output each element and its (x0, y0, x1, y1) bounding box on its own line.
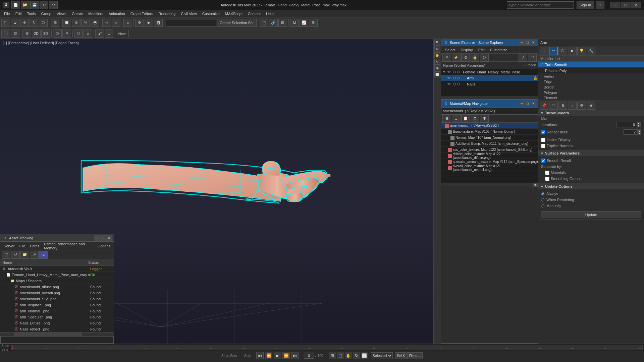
grid-btn[interactable]: ⊞ (22, 29, 31, 38)
vp-orbit-btn[interactable]: ↻ (434, 59, 440, 65)
scene-item-female-hand[interactable]: ▼ 👁 ⬡ ⬡ Female_Hand_Heavy_Metal_Pose (441, 69, 538, 75)
menu-rendering[interactable]: Rendering (156, 11, 178, 16)
undo-btn[interactable]: ↩ (40, 1, 48, 9)
scale-btn[interactable]: ⬡ (39, 19, 48, 27)
menu-graph-editors[interactable]: Graph Editors (128, 11, 156, 16)
move-btn[interactable]: ✛ (20, 19, 29, 27)
asset-restore-btn[interactable]: □ (100, 235, 106, 241)
menu-maxscript[interactable]: MAXScript (222, 11, 245, 16)
menu-group[interactable]: Group (38, 11, 54, 16)
prev-frame-btn[interactable]: ⏪ (265, 352, 272, 359)
percent-snap-btn[interactable]: % (81, 19, 90, 27)
go-start-btn[interactable]: ⏮ (256, 352, 264, 359)
asset-menu-options[interactable]: Options (96, 243, 112, 249)
link-btn[interactable]: 🔗 (269, 19, 278, 27)
render-frame-btn[interactable]: 🖼 (154, 19, 163, 27)
pan-view-btn[interactable]: ✋ (345, 352, 352, 359)
menu-customize[interactable]: Customize (200, 11, 222, 16)
scene-tool4[interactable]: 🔒 (471, 54, 479, 62)
snap2d-btn[interactable]: 2D (32, 29, 41, 38)
asset-tool2[interactable]: ↺ (11, 251, 20, 259)
freeze-sel-btn[interactable]: ❄ (62, 29, 71, 38)
manually-radio[interactable] (541, 204, 544, 207)
mat-nav-minimize[interactable]: ─ (519, 101, 525, 106)
bind-btn[interactable]: ⊡ (278, 19, 287, 27)
explicit-normals-check[interactable] (541, 144, 545, 148)
vp-fov-btn[interactable]: ◉ (434, 65, 440, 71)
play-btn[interactable]: ▶ (274, 352, 281, 359)
iterations-down[interactable]: ▼ (637, 125, 641, 127)
menu-file[interactable]: File (1, 11, 13, 16)
keyword-search[interactable] (507, 1, 574, 9)
mat-scroll-down[interactable]: ▼ (533, 183, 538, 187)
layer-mgr-btn[interactable]: ≡ (123, 19, 132, 27)
angle-snap-btn[interactable]: ⊙ (72, 19, 80, 27)
rotate-btn[interactable]: ↻ (30, 19, 38, 27)
save-btn[interactable]: 💾 (30, 1, 39, 9)
asset-close-btn[interactable]: ✕ (106, 235, 112, 241)
create-selection-set-btn[interactable]: Create Selection Set (217, 19, 257, 27)
mod-up-btn[interactable]: ↑ (568, 102, 577, 110)
mat-tool2[interactable]: ≡ (452, 115, 461, 123)
asset-item-vault[interactable]: 🏛 Autodesk Vault Logged ... (0, 266, 114, 272)
smooth-result-check[interactable] (541, 159, 545, 163)
menu-civil-view[interactable]: Civil View (178, 11, 199, 16)
track-view-btn[interactable]: 📈 (300, 19, 308, 27)
maximize-btn[interactable]: □ (621, 2, 631, 8)
asset-item-file[interactable]: 📄 Female_Hand_Heavy_Metal_Pose_max_vray.… (0, 272, 114, 278)
select-region-btn[interactable]: ⬙ (11, 19, 19, 27)
scene-item-nails[interactable]: 👁 ⬡ ⬡ Nails (441, 81, 538, 87)
vertex-paint-btn[interactable]: 🖌 (95, 29, 104, 38)
vp-zoom-btn[interactable]: 🔍 (434, 40, 440, 46)
close-btn[interactable]: ✕ (631, 2, 641, 8)
timeline-track[interactable]: 5 10 15 20 25 30 35 40 45 50 55 60 65 70… (11, 345, 643, 350)
asset-tool1[interactable]: ⬚ (2, 251, 10, 259)
mirror-btn[interactable]: ⇔ (102, 19, 111, 27)
mod-pin-btn[interactable]: 📌 (540, 102, 548, 110)
mat-item-bump[interactable]: Bump texture: Map #106 ( Normal Bump ) (441, 129, 538, 135)
always-radio[interactable] (541, 192, 544, 195)
asset-search-input[interactable] (0, 336, 114, 344)
viewport[interactable]: [+] [Perspective] [User Defined] [Edged … (0, 39, 441, 344)
mod-config-btn[interactable]: ⚙ (577, 102, 586, 110)
scene-item-arm[interactable]: 👁 ⬡ ⬡ Arm 🔒 (441, 75, 538, 81)
menu-views[interactable]: Views (54, 11, 69, 16)
mod-sel-btn[interactable]: ⬚ (549, 102, 558, 110)
filters-btn[interactable]: Filters... (407, 352, 423, 359)
mat-tool4[interactable]: ⚙ (471, 115, 479, 123)
scene-tool7[interactable]: ⬚ (528, 54, 537, 62)
iterations-input[interactable] (616, 122, 636, 127)
create-tab[interactable]: + (540, 47, 548, 55)
asset-menu-bitmap[interactable]: Bitmap Performance and Memory (42, 241, 95, 251)
modifier-editable-poly[interactable]: Editable Poly (538, 68, 644, 74)
selection-set-input[interactable] (166, 19, 216, 26)
mod-make-unique-btn[interactable]: ◈ (587, 102, 595, 110)
mat-item-overall[interactable]: overall_color_texture: Map #121 (amerika… (441, 165, 538, 171)
ref-coord-btn[interactable]: ⊞ (51, 19, 59, 27)
render-icon[interactable]: ⬡ (452, 70, 457, 74)
display-tab[interactable]: 💡 (577, 47, 586, 55)
hierarchy-tab[interactable]: ⬡ (558, 47, 567, 55)
menu-edit[interactable]: Edit (13, 11, 24, 16)
asset-minimize-btn[interactable]: ─ (94, 235, 100, 241)
sub-border[interactable]: Border (538, 84, 644, 90)
mat-nav-close[interactable]: ✕ (531, 101, 536, 106)
menu-help[interactable]: Help (263, 11, 276, 16)
menu-modifiers[interactable]: Modifiers (86, 11, 106, 16)
zoom-extents-btn[interactable]: ⊞ (329, 352, 336, 359)
asset-menu-file[interactable]: File (17, 243, 27, 249)
frame-input[interactable] (304, 353, 314, 359)
modify-tab[interactable]: ✏ (549, 47, 558, 55)
sub-edge[interactable]: Edge (538, 79, 644, 84)
material-editor-btn[interactable]: M (290, 19, 299, 27)
arm-lock-icon[interactable]: 🔒 (533, 76, 538, 80)
modifier-turbosmooth[interactable]: ✓ TurboSmooth (538, 62, 644, 68)
nails-render-icon[interactable]: ⬡ (452, 82, 457, 86)
scene-menu-display[interactable]: Display (458, 47, 476, 53)
asset-tool5[interactable]: ≡ (39, 251, 48, 259)
scene-explorer-close[interactable]: ✕ (531, 40, 536, 45)
asset-tool3[interactable]: 📁 (20, 251, 29, 259)
scene-menu-select[interactable]: Select (442, 47, 458, 53)
render-iters-check[interactable] (541, 130, 545, 134)
spinner-snap-btn[interactable]: ⬒ (91, 19, 99, 27)
